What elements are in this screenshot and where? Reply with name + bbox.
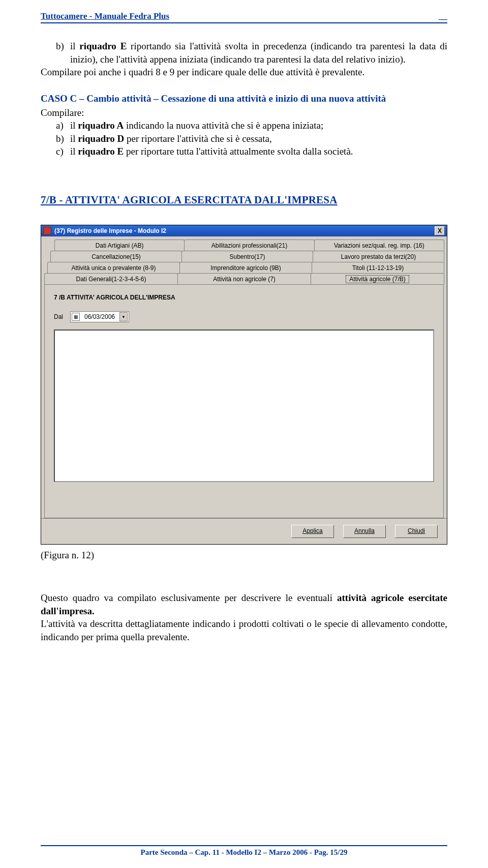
t: riportando sia l'attività svolta in prec… (70, 41, 447, 65)
t: Questo quadro va compilato esclusivament… (41, 592, 337, 603)
item-c: c) il riquadro E per riportare tutta l'a… (56, 145, 447, 158)
chevron-down-icon[interactable]: ▼ (119, 312, 128, 321)
tab-titoli[interactable]: Titoli (11-12-13-19) (312, 262, 444, 273)
outro-p1: Questo quadro va compilato esclusivament… (41, 591, 447, 617)
tab-cancellazione[interactable]: Cancellazione(15) (50, 251, 182, 262)
lbl: Imprenditore agricolo (9B) (210, 264, 281, 272)
item-a: a) il riquadro A indicando la nuova atti… (56, 119, 447, 132)
t: il (70, 41, 79, 51)
applica-button[interactable]: Applica (291, 525, 334, 538)
date-input[interactable]: ▦ 06/03/2006 ▼ (70, 311, 129, 322)
compilare-label: Compilare: (41, 106, 447, 119)
item-b-marker: b) (56, 40, 70, 66)
panel-7b: 7 /B ATTIVITA' AGRICOLA DELL'IMPRESA Dal… (44, 284, 444, 518)
t: indicando la nuova attività che si è app… (124, 120, 323, 131)
dal-label: Dal (54, 313, 63, 320)
tabs-area: Dati Artigiani (AB) Abilitazioni profess… (41, 236, 447, 518)
b: riquadro D (78, 133, 124, 144)
section-7b-heading: 7/B - ATTIVITA' AGRICOLA ESERCITATA DALL… (41, 194, 447, 206)
t: il (70, 133, 78, 144)
window-title: (37) Registro delle Imprese - Modulo I2 (54, 227, 435, 234)
t: il (70, 146, 78, 157)
mk: b) (56, 132, 70, 145)
tab-variazioni[interactable]: Variazioni sez/qual. reg. imp. (16) (314, 240, 444, 251)
tab-attivita-unica[interactable]: Attività unica o prevalente (8-9) (47, 262, 180, 273)
lbl: Attività non agricole (7) (213, 276, 276, 283)
t: per riportare tutta l'attività attualmen… (124, 146, 353, 157)
tab-attivita-agricole[interactable]: Attività agricole (7/B) (311, 273, 444, 284)
tab-lavoro-terzi[interactable]: Lavoro prestato da terzi(20) (313, 251, 444, 262)
calendar-icon: ▦ (72, 313, 80, 321)
date-value: 06/03/2006 (84, 313, 115, 320)
lbl: Lavoro prestato da terzi(20) (341, 253, 416, 260)
tab-dati-generali[interactable]: Dati Generali(1-2-3-4-5-6) (44, 273, 178, 284)
item-b-text: il riquadro E riportando sia l'attività … (70, 40, 447, 66)
close-button[interactable]: X (435, 226, 445, 235)
header-sep: __ (439, 11, 447, 21)
t: per riportare l'attività che si è cessat… (124, 133, 271, 144)
titlebar: (37) Registro delle Imprese - Modulo I2 … (41, 225, 447, 236)
b: riquadro E (78, 146, 124, 157)
page-footer: Parte Seconda – Cap. 11 - Modello I2 – M… (41, 845, 447, 857)
lbl: Attività unica o prevalente (8-9) (71, 264, 156, 272)
ct: il riquadro D per riportare l'attività c… (70, 132, 447, 145)
lbl: Attività agricole (7/B) (346, 275, 409, 283)
page-header: Tuttocamere - Manuale Fedra Plus __ (41, 11, 447, 23)
lbl: Subentro(17) (229, 253, 265, 260)
mk: a) (56, 119, 70, 132)
lbl: Titoli (11-12-13-19) (352, 264, 404, 272)
lbl: Abilitazioni professionali(21) (211, 242, 287, 249)
chiudi-button[interactable]: Chiudi (395, 525, 438, 538)
ct: il riquadro A indicando la nuova attivit… (70, 119, 447, 132)
item-b: b) il riquadro E riportando sia l'attivi… (56, 40, 447, 66)
app-window: (37) Registro delle Imprese - Modulo I2 … (41, 225, 447, 545)
button-bar: Applica Annulla Chiudi (41, 518, 447, 544)
caso-c-title: CASO C – Cambio attività – Cessazione di… (41, 92, 447, 105)
t: il (70, 120, 78, 131)
tab-abilitazioni[interactable]: Abilitazioni professionali(21) (184, 240, 314, 251)
tab-attivita-non-agricole[interactable]: Attività non agricole (7) (177, 273, 311, 284)
tab-dati-artigiani[interactable]: Dati Artigiani (AB) (54, 240, 185, 251)
tab-imprenditore-agricolo[interactable]: Imprenditore agricolo (9B) (179, 262, 312, 273)
figure-caption: (Figura n. 12) (41, 550, 447, 561)
annulla-button[interactable]: Annulla (343, 525, 386, 538)
item-b2: b) il riquadro D per riportare l'attivit… (56, 132, 447, 145)
description-textarea[interactable] (54, 330, 434, 482)
lbl: Dati Generali(1-2-3-4-5-6) (76, 276, 146, 283)
lbl: Cancellazione(15) (92, 253, 141, 260)
panel-title: 7 /B ATTIVITA' AGRICOLA DELL'IMPRESA (54, 294, 434, 301)
outro-p2: L'attività va descritta dettagliatamente… (41, 617, 447, 643)
para-compilare-89: Compilare poi anche i quadri 8 e 9 per i… (41, 66, 447, 79)
header-title: Tuttocamere - Manuale Fedra Plus (41, 11, 169, 21)
ct: il riquadro E per riportare tutta l'atti… (70, 145, 447, 158)
app-icon (43, 227, 51, 235)
lbl: Dati Artigiani (AB) (96, 242, 144, 249)
riquadro-e: riquadro E (79, 41, 127, 51)
lbl: Variazioni sez/qual. reg. imp. (16) (334, 242, 424, 249)
tab-subentro[interactable]: Subentro(17) (181, 251, 313, 262)
mk: c) (56, 145, 70, 158)
b: riquadro A (78, 120, 124, 131)
